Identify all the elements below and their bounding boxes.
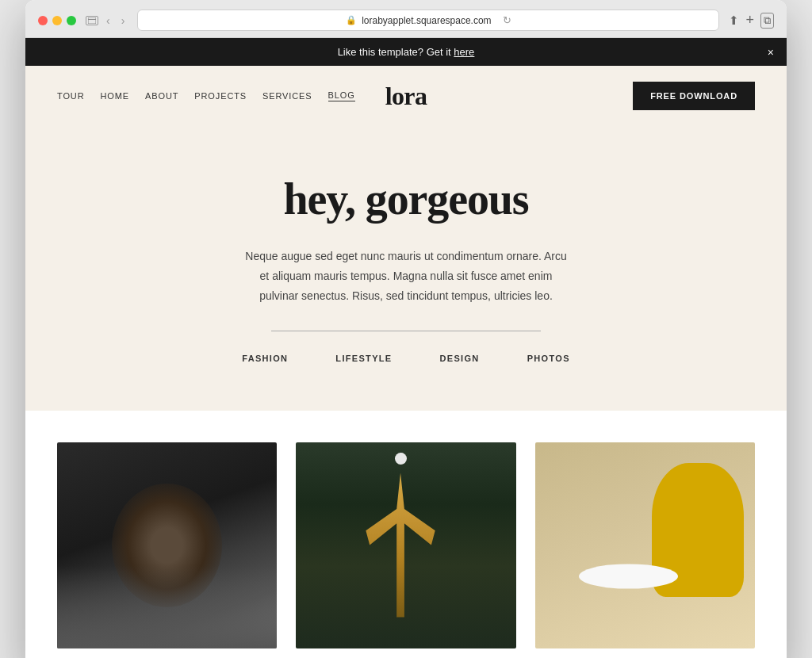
nav-item-about[interactable]: ABOUT xyxy=(145,91,178,101)
lock-icon: 🔒 xyxy=(346,15,357,25)
category-design[interactable]: DESIGN xyxy=(440,354,480,363)
nav-item-projects[interactable]: PROJECTS xyxy=(194,91,247,101)
hero-section: hey, gorgeous Neque augue sed eget nunc … xyxy=(25,126,787,411)
nav-item-home[interactable]: HOME xyxy=(100,91,129,101)
interior-yellow-image xyxy=(535,442,755,648)
banner-text: Like this template? Get it xyxy=(338,46,454,58)
website-content: Like this template? Get it here × TOUR H… xyxy=(25,38,787,658)
cards-section: 5/22/22 · Photos · Design · Fashi... 5/2… xyxy=(25,411,787,658)
svg-rect-0 xyxy=(88,17,96,24)
card-3[interactable]: 5/22/22 · Fashion · Lifestyle... xyxy=(535,442,755,658)
tabs-icon[interactable]: ⧉ xyxy=(760,13,774,29)
hero-title: hey, gorgeous xyxy=(57,174,755,224)
minimize-button[interactable] xyxy=(52,16,62,25)
free-download-button[interactable]: Free download xyxy=(633,82,755,110)
notification-banner: Like this template? Get it here × xyxy=(25,38,787,66)
forward-button[interactable]: › xyxy=(118,13,128,29)
nav-item-tour[interactable]: TOUR xyxy=(57,91,84,101)
site-header: TOUR HOME ABOUT PROJECTS SERVICES BLOG l… xyxy=(25,66,787,126)
divider xyxy=(271,331,541,331)
cards-grid: 5/22/22 · Photos · Design · Fashi... 5/2… xyxy=(57,442,755,658)
browser-chrome: ‹ › 🔒 lorabyapplet.squarespace.com ↻ ⬆ +… xyxy=(25,0,787,38)
banner-link[interactable]: here xyxy=(454,46,474,58)
card-2-image xyxy=(296,442,515,648)
card-1-image xyxy=(57,442,277,648)
window-toggle-icon[interactable] xyxy=(86,16,98,25)
category-photos[interactable]: PHOTOS xyxy=(527,354,570,363)
new-tab-icon[interactable]: + xyxy=(745,12,754,29)
browser-actions: ⬆ + ⧉ xyxy=(729,12,774,29)
browser-window: ‹ › 🔒 lorabyapplet.squarespace.com ↻ ⬆ +… xyxy=(25,0,787,658)
back-button[interactable]: ‹ xyxy=(103,13,113,29)
url-text: lorabyapplet.squarespace.com xyxy=(362,15,491,26)
share-icon[interactable]: ⬆ xyxy=(729,13,739,28)
hero-description: Neque augue sed eget nunc mauris ut cond… xyxy=(239,247,573,307)
card-2[interactable]: 5/22/22 · Photos · Lifestyle... xyxy=(296,442,515,658)
nav-item-blog[interactable]: BLOG xyxy=(328,90,355,101)
traffic-lights xyxy=(38,16,76,25)
banner-close-button[interactable]: × xyxy=(768,46,774,59)
category-nav: FASHION LIFESTYLE DESIGN PHOTOS xyxy=(57,354,755,379)
address-bar[interactable]: 🔒 lorabyapplet.squarespace.com ↻ xyxy=(137,10,719,31)
category-lifestyle[interactable]: LIFESTYLE xyxy=(335,354,392,363)
card-1[interactable]: 5/22/22 · Photos · Design · Fashi... xyxy=(57,442,277,658)
main-nav: TOUR HOME ABOUT PROJECTS SERVICES BLOG xyxy=(57,90,355,101)
card-3-image xyxy=(535,442,755,648)
maximize-button[interactable] xyxy=(67,16,76,25)
category-fashion[interactable]: FASHION xyxy=(242,354,288,363)
browser-controls: ‹ › xyxy=(86,13,128,29)
interior-dark-image xyxy=(296,442,515,648)
refresh-button[interactable]: ↻ xyxy=(503,14,511,26)
close-button[interactable] xyxy=(38,16,48,25)
site-logo: lora xyxy=(385,82,427,111)
portrait-image xyxy=(57,442,277,648)
nav-item-services[interactable]: SERVICES xyxy=(262,91,312,101)
